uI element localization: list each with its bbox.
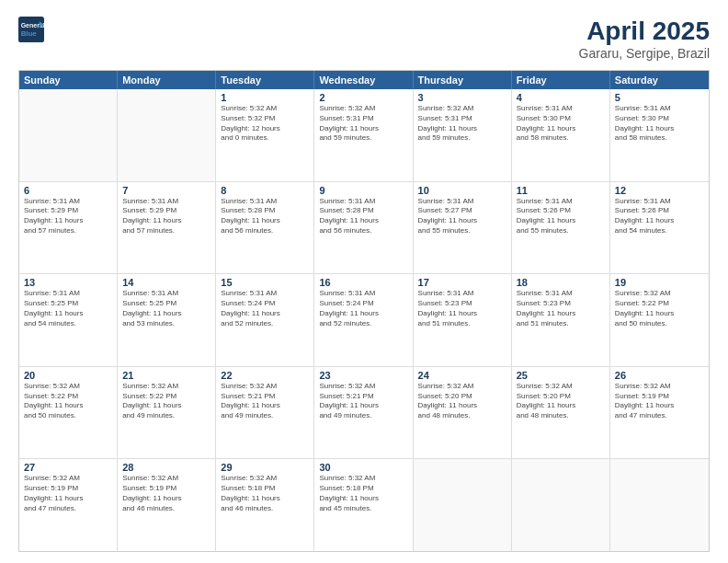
- table-row: 29Sunrise: 5:32 AMSunset: 5:18 PMDayligh…: [216, 459, 314, 551]
- day-number: 17: [418, 277, 506, 288]
- table-row: 20Sunrise: 5:32 AMSunset: 5:22 PMDayligh…: [19, 367, 118, 459]
- day-number: 21: [122, 370, 210, 381]
- day-number: 11: [517, 185, 605, 196]
- table-row: [414, 459, 512, 551]
- calendar-week-4: 20Sunrise: 5:32 AMSunset: 5:22 PMDayligh…: [19, 367, 709, 460]
- day-info: Sunrise: 5:32 AMSunset: 5:32 PMDaylight:…: [221, 104, 309, 144]
- table-row: 23Sunrise: 5:32 AMSunset: 5:21 PMDayligh…: [314, 367, 413, 459]
- logo: General Blue: [18, 17, 44, 42]
- day-info: Sunrise: 5:31 AMSunset: 5:29 PMDaylight:…: [24, 197, 112, 236]
- day-info: Sunrise: 5:31 AMSunset: 5:27 PMDaylight:…: [418, 197, 506, 236]
- table-row: 25Sunrise: 5:32 AMSunset: 5:20 PMDayligh…: [512, 367, 610, 459]
- day-number: 30: [319, 462, 407, 473]
- day-info: Sunrise: 5:32 AMSunset: 5:19 PMDaylight:…: [24, 474, 112, 513]
- day-info: Sunrise: 5:31 AMSunset: 5:24 PMDaylight:…: [221, 289, 309, 328]
- day-info: Sunrise: 5:31 AMSunset: 5:28 PMDaylight:…: [221, 197, 309, 236]
- day-info: Sunrise: 5:32 AMSunset: 5:21 PMDaylight:…: [319, 382, 407, 421]
- table-row: 10Sunrise: 5:31 AMSunset: 5:27 PMDayligh…: [414, 182, 512, 274]
- day-number: 15: [221, 277, 309, 288]
- day-number: 27: [24, 462, 112, 473]
- day-number: 28: [122, 462, 210, 473]
- title-block: April 2025 Gararu, Sergipe, Brazil: [579, 17, 710, 61]
- day-info: Sunrise: 5:32 AMSunset: 5:20 PMDaylight:…: [418, 382, 506, 421]
- page: General Blue April 2025 Gararu, Sergipe,…: [0, 0, 728, 563]
- day-info: Sunrise: 5:31 AMSunset: 5:26 PMDaylight:…: [517, 197, 605, 236]
- day-number: 10: [418, 185, 506, 196]
- table-row: 1Sunrise: 5:32 AMSunset: 5:32 PMDaylight…: [216, 89, 314, 181]
- main-title: April 2025: [579, 17, 710, 46]
- day-number: 1: [221, 92, 309, 103]
- table-row: 18Sunrise: 5:31 AMSunset: 5:23 PMDayligh…: [512, 274, 610, 366]
- calendar-header: SundayMondayTuesdayWednesdayThursdayFrid…: [19, 71, 709, 89]
- day-number: 6: [24, 185, 112, 196]
- day-info: Sunrise: 5:31 AMSunset: 5:25 PMDaylight:…: [122, 289, 210, 328]
- table-row: 21Sunrise: 5:32 AMSunset: 5:22 PMDayligh…: [118, 367, 216, 459]
- day-info: Sunrise: 5:31 AMSunset: 5:24 PMDaylight:…: [319, 289, 407, 328]
- day-number: 22: [221, 370, 309, 381]
- table-row: 15Sunrise: 5:31 AMSunset: 5:24 PMDayligh…: [216, 274, 314, 366]
- day-info: Sunrise: 5:32 AMSunset: 5:21 PMDaylight:…: [221, 382, 309, 421]
- day-number: 2: [319, 92, 407, 103]
- day-number: 20: [24, 370, 112, 381]
- day-info: Sunrise: 5:31 AMSunset: 5:23 PMDaylight:…: [418, 289, 506, 328]
- day-number: 4: [517, 92, 605, 103]
- day-number: 18: [517, 277, 605, 288]
- svg-text:Blue: Blue: [21, 29, 38, 38]
- day-number: 16: [319, 277, 407, 288]
- day-number: 7: [122, 185, 210, 196]
- header-day-saturday: Saturday: [610, 71, 709, 89]
- day-info: Sunrise: 5:31 AMSunset: 5:25 PMDaylight:…: [24, 289, 112, 328]
- table-row: 17Sunrise: 5:31 AMSunset: 5:23 PMDayligh…: [414, 274, 512, 366]
- table-row: 5Sunrise: 5:31 AMSunset: 5:30 PMDaylight…: [610, 89, 709, 181]
- table-row: 8Sunrise: 5:31 AMSunset: 5:28 PMDaylight…: [216, 182, 314, 274]
- table-row: [610, 459, 709, 551]
- day-info: Sunrise: 5:32 AMSunset: 5:18 PMDaylight:…: [221, 474, 309, 513]
- day-number: 29: [221, 462, 309, 473]
- header-day-thursday: Thursday: [414, 71, 512, 89]
- table-row: 19Sunrise: 5:32 AMSunset: 5:22 PMDayligh…: [610, 274, 709, 366]
- day-number: 13: [24, 277, 112, 288]
- day-number: 26: [615, 370, 704, 381]
- table-row: 9Sunrise: 5:31 AMSunset: 5:28 PMDaylight…: [314, 182, 413, 274]
- header-day-wednesday: Wednesday: [314, 71, 413, 89]
- day-number: 5: [615, 92, 704, 103]
- table-row: 13Sunrise: 5:31 AMSunset: 5:25 PMDayligh…: [19, 274, 118, 366]
- table-row: 3Sunrise: 5:32 AMSunset: 5:31 PMDaylight…: [414, 89, 512, 181]
- calendar-body: 1Sunrise: 5:32 AMSunset: 5:32 PMDaylight…: [19, 89, 709, 551]
- day-number: 24: [418, 370, 506, 381]
- header-day-tuesday: Tuesday: [216, 71, 314, 89]
- table-row: [19, 89, 118, 181]
- header-day-sunday: Sunday: [19, 71, 118, 89]
- day-number: 12: [615, 185, 704, 196]
- day-info: Sunrise: 5:31 AMSunset: 5:26 PMDaylight:…: [615, 197, 704, 236]
- day-info: Sunrise: 5:31 AMSunset: 5:28 PMDaylight:…: [319, 197, 407, 236]
- table-row: 14Sunrise: 5:31 AMSunset: 5:25 PMDayligh…: [118, 274, 216, 366]
- day-number: 14: [122, 277, 210, 288]
- day-number: 23: [319, 370, 407, 381]
- table-row: 28Sunrise: 5:32 AMSunset: 5:19 PMDayligh…: [118, 459, 216, 551]
- calendar-week-1: 1Sunrise: 5:32 AMSunset: 5:32 PMDaylight…: [19, 89, 709, 182]
- day-info: Sunrise: 5:31 AMSunset: 5:29 PMDaylight:…: [122, 197, 210, 236]
- calendar: SundayMondayTuesdayWednesdayThursdayFrid…: [18, 70, 710, 552]
- calendar-week-3: 13Sunrise: 5:31 AMSunset: 5:25 PMDayligh…: [19, 274, 709, 367]
- day-info: Sunrise: 5:32 AMSunset: 5:31 PMDaylight:…: [418, 104, 506, 144]
- day-number: 8: [221, 185, 309, 196]
- table-row: 6Sunrise: 5:31 AMSunset: 5:29 PMDaylight…: [19, 182, 118, 274]
- day-info: Sunrise: 5:32 AMSunset: 5:22 PMDaylight:…: [615, 289, 704, 328]
- table-row: 2Sunrise: 5:32 AMSunset: 5:31 PMDaylight…: [314, 89, 413, 181]
- day-number: 9: [319, 185, 407, 196]
- table-row: 4Sunrise: 5:31 AMSunset: 5:30 PMDaylight…: [512, 89, 610, 181]
- table-row: 22Sunrise: 5:32 AMSunset: 5:21 PMDayligh…: [216, 367, 314, 459]
- table-row: 27Sunrise: 5:32 AMSunset: 5:19 PMDayligh…: [19, 459, 118, 551]
- day-info: Sunrise: 5:32 AMSunset: 5:18 PMDaylight:…: [319, 474, 407, 513]
- day-info: Sunrise: 5:32 AMSunset: 5:22 PMDaylight:…: [122, 382, 210, 421]
- logo-icon: General Blue: [18, 17, 44, 42]
- day-info: Sunrise: 5:32 AMSunset: 5:19 PMDaylight:…: [122, 474, 210, 513]
- header-day-monday: Monday: [118, 71, 216, 89]
- day-number: 19: [615, 277, 704, 288]
- table-row: 24Sunrise: 5:32 AMSunset: 5:20 PMDayligh…: [414, 367, 512, 459]
- table-row: [118, 89, 216, 181]
- day-number: 25: [517, 370, 605, 381]
- table-row: [512, 459, 610, 551]
- day-info: Sunrise: 5:31 AMSunset: 5:23 PMDaylight:…: [517, 289, 605, 328]
